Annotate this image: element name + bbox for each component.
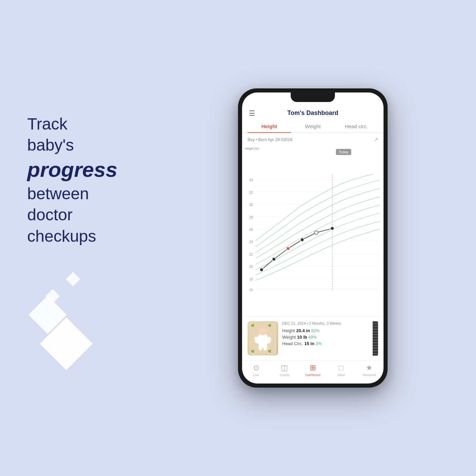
svg-text:20: 20 <box>249 265 253 269</box>
diamonds-decoration <box>27 274 95 362</box>
tagline-line3: between <box>27 185 89 203</box>
baby-info-text: Boy • Born Apr 28.02019 <box>248 137 292 142</box>
diamond-small-1 <box>66 272 80 286</box>
chart-svg: 34 32 30 28 26 24 22 20 18 16 <box>242 146 384 316</box>
weight-label: Weight <box>282 335 296 340</box>
svg-text:16: 16 <box>249 288 253 292</box>
svg-text:28: 28 <box>249 216 253 219</box>
bottom-nav: ⊙ Live ◫ Activity ⊞ Dashboard □ Inbox <box>242 360 384 384</box>
head-value: 15 in <box>304 341 314 346</box>
share-icon[interactable]: ↗ <box>374 136 378 143</box>
svg-text:🌿: 🌿 <box>251 324 254 327</box>
height-percent: 52% <box>311 328 319 333</box>
baby-photo: 🌿 🌿 🌿 🌿 <box>248 321 278 355</box>
svg-point-36 <box>258 344 262 351</box>
nav-item-inbox[interactable]: □ Inbox <box>327 363 355 377</box>
tagline-progress: progress <box>27 156 170 184</box>
today-tooltip: Today <box>336 149 351 155</box>
head-label: Head Circ. <box>282 341 303 346</box>
data-row-head: Head Circ. 15 in 2% <box>282 341 369 346</box>
height-label: Height <box>282 328 295 333</box>
weight-percent: 40% <box>308 335 317 340</box>
live-icon: ⊙ <box>253 363 259 372</box>
live-label: Live <box>253 373 259 377</box>
baby-info-row: Boy • Born Apr 28.02019 ↗ <box>242 133 384 144</box>
svg-text:🌿: 🌿 <box>251 350 254 353</box>
tagline-line4: doctor <box>27 206 72 224</box>
svg-text:18: 18 <box>249 277 253 281</box>
photo-strip <box>373 321 378 356</box>
svg-text:🌿: 🌿 <box>268 324 271 327</box>
svg-point-33 <box>259 327 267 335</box>
height-value: 20.4 in <box>296 328 310 333</box>
svg-point-25 <box>301 238 304 241</box>
tab-head-circ[interactable]: Head circ. <box>335 120 378 133</box>
svg-text:26: 26 <box>249 228 253 232</box>
app-title: Tom's Dashboard <box>287 109 338 117</box>
svg-text:24: 24 <box>249 240 253 244</box>
svg-point-24 <box>272 257 275 261</box>
tagline-line5: checkups <box>27 227 96 245</box>
tagline: Track baby's progress between doctor che… <box>27 114 170 247</box>
svg-point-22 <box>314 231 318 234</box>
data-row-weight: Weight 10 lb 40% <box>282 335 369 340</box>
nav-item-dashboard[interactable]: ⊞ Dashboard <box>299 363 327 377</box>
phone: ☰ Tom's Dashboard Height Weight Head cir… <box>238 88 388 388</box>
tabs-container: Height Weight Head circ. <box>242 120 384 133</box>
dashboard-label: Dashboard <box>305 373 320 377</box>
nav-item-live[interactable]: ⊙ Live <box>242 363 270 377</box>
head-percent: 2% <box>316 341 321 346</box>
dashboard-icon: ⊞ <box>310 363 316 372</box>
data-content: DEC 21, 2019 • 3 Months, 3 Weeks Height … <box>282 321 369 356</box>
svg-text:32: 32 <box>249 191 253 194</box>
phone-screen: ☰ Tom's Dashboard Height Weight Head cir… <box>242 92 384 384</box>
svg-point-23 <box>260 268 263 271</box>
chart-y-label: Height (in) <box>245 147 259 150</box>
data-date: DEC 21, 2019 • 3 Months, 3 Weeks <box>282 321 369 325</box>
membook-label: Membook <box>363 373 376 377</box>
svg-text:30: 30 <box>249 203 253 207</box>
svg-point-26 <box>330 227 334 230</box>
activity-icon: ◫ <box>281 363 288 372</box>
tagline-line1: Track <box>27 115 67 133</box>
chart-container: Height (in) Today 34 32 30 28 26 24 22 2… <box>242 144 384 316</box>
svg-point-37 <box>263 344 267 351</box>
weight-value: 10 lb <box>297 335 307 340</box>
membook-icon: ★ <box>366 363 373 372</box>
svg-text:22: 22 <box>249 253 253 256</box>
tab-height[interactable]: Height <box>248 120 291 133</box>
svg-text:34: 34 <box>249 178 253 182</box>
notch <box>291 92 335 102</box>
nav-item-membook[interactable]: ★ Membook <box>355 363 384 377</box>
inbox-label: Inbox <box>337 373 345 377</box>
activity-label: Activity <box>280 373 290 377</box>
data-row-height: Height 20.4 in 52% <box>282 328 369 333</box>
inbox-icon: □ <box>339 363 343 372</box>
menu-icon[interactable]: ☰ <box>249 109 255 117</box>
nav-item-activity[interactable]: ◫ Activity <box>270 363 299 377</box>
phone-wrapper: ☰ Tom's Dashboard Height Weight Head cir… <box>170 88 456 388</box>
tagline-line2: baby's <box>27 136 74 154</box>
tab-weight[interactable]: Weight <box>291 120 335 133</box>
page-container: Track baby's progress between doctor che… <box>0 0 476 476</box>
svg-text:🌿: 🌿 <box>268 350 271 353</box>
left-panel: Track baby's progress between doctor che… <box>27 114 170 363</box>
baby-photo-bg: 🌿 🌿 🌿 🌿 <box>248 321 278 355</box>
data-card: 🌿 🌿 🌿 🌿 <box>242 316 384 360</box>
svg-point-21 <box>286 247 290 250</box>
